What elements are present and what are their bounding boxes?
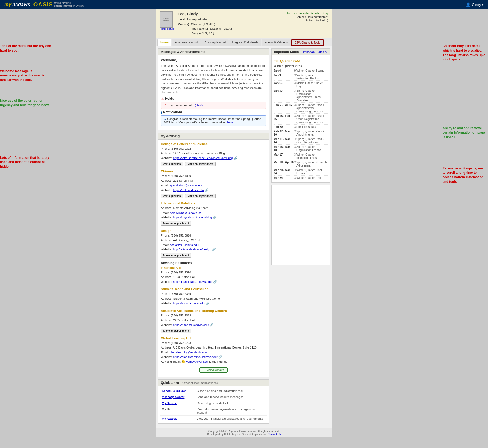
holds-warning-icon: ⚠ [161,97,164,101]
messages-section: Messages & Announcements Welcome, The On… [158,48,269,130]
add-remove-btn[interactable]: +/- Add/Remove [199,367,227,373]
ql-my-bill[interactable]: My Bill [162,408,171,411]
advisor-name-intl[interactable]: International Relations [161,202,266,205]
global-email: Email: globallearning@ucdavis.edu [161,350,266,355]
design-website-link[interactable]: http://arts.ucdavis.edu/design [173,248,211,251]
annotation-colors: Nice use of the color red for urgency an… [0,98,52,107]
tutoring-website-link[interactable]: https://tutoring.ucdavis.edu/ [173,323,209,326]
resource-name-fin-aid[interactable]: Financial Aid [161,266,266,270]
quick-links-section: Quick Links (Other student applications)… [158,379,269,424]
intl-website-link[interactable]: https://tinyurl.com/ire-advising [173,216,212,219]
footer: Copyright © UC Regents, Davis campus. Al… [156,428,332,437]
chinese-website: Website: https://ealc.ucdavis.edu 🔗 [161,188,266,193]
dates-body: Fall Quarter 2022 Winter Quarter 2023 Ja… [272,55,330,182]
resource-name-global[interactable]: Global Learning Hub [161,337,266,340]
dates-title: Important Dates [274,50,299,54]
dates-link[interactable]: Important Dates ✎ [303,50,327,54]
ql-row-schedule: Schedule Builder Class planning and regi… [160,388,267,394]
user-icon: 👤 [466,2,470,7]
profile-bar: Profile picture Profile picture Lee, Cin… [156,9,332,38]
annotation-welcome: Welcome message is unnecessary after the… [0,69,52,82]
ql-message-desc: Send and receive secure messages [195,394,267,400]
user-name-label[interactable]: Cindy ▾ [472,3,484,7]
chinese-website-link[interactable]: https://ealc.ucdavis.edu [173,188,204,192]
holds-view-link[interactable]: (view) [195,104,203,107]
ql-bill-desc: View bills, make payments and manage you… [195,406,267,416]
resource-name-health[interactable]: Student Health and Counseling [161,287,266,291]
global-website-link[interactable]: https://globallearning.ucdavis.edu/ [173,355,218,358]
menu-item-gpa-charts[interactable]: GPA Charts & Tools [291,39,323,46]
menu-item-home[interactable]: Home [157,39,171,46]
date-jan16: Jan 16 Martin Luther King Jr. Day [274,81,328,88]
quick-links-header: Quick Links (Other student applications) [158,380,269,386]
global-ashley-link[interactable]: 🙂 Ashley Arvanites [181,360,208,363]
finaid-website: Website: http://financialaid.ucdavis.edu… [161,280,266,284]
notif-star-icon: ★ [164,117,166,121]
tutoring-phone: Phone: (530) 752-2013 [161,313,266,318]
ql-message-center[interactable]: Message Center [162,395,184,399]
date-feb20: Feb 20 Presidents' Day [274,125,328,129]
right-whitespace-area [271,185,330,265]
holds-box: ⏱ 1 active/future hold (view) [161,102,266,109]
intl-email-link[interactable]: poladvising@ucdavis.edu [170,211,203,214]
advising-resources-header: Advising Resources [161,261,266,265]
notif-link[interactable]: here. [227,121,234,124]
logo-my: my [4,2,11,7]
ql-degree-desc: Online degree audit tool [195,400,267,406]
ql-row-awards: My Awards View your financial aid packag… [160,416,267,422]
holds-text: 1 active/future hold [168,104,193,107]
finaid-address: Address: 1100 Dutton Hall [161,275,266,280]
chinese-ask-btn[interactable]: Ask a question [161,194,183,198]
finaid-website-link[interactable]: http://financialaid.ucdavis.edu/ [173,280,212,283]
logo-oasis: OASIS [33,1,53,8]
menu-item-forms-petitions[interactable]: Forms & Petitions [262,39,291,46]
messages-header: Messages & Announcements [158,49,269,55]
footer-contact-link[interactable]: Contact Us [268,433,281,436]
ql-my-degree[interactable]: My Degree [162,401,177,405]
date-jan9: Jan 9 Winter Quarter Instruction Begins [274,73,328,81]
resource-name-tutoring[interactable]: Academic Assistance and Tutoring Centers [161,309,266,313]
chinese-appt-btn[interactable]: Make an appointment [185,194,216,198]
logo-subtitle: Online Advising Student Information Syst… [54,2,84,7]
letters-website-link[interactable]: https://lettersandscience.ucdavis.edu/ad… [173,156,233,160]
profile-picture: Profile picture Profile picture [160,11,174,30]
date-mar20-24: Mar 20 - Mar 24 Winter Quarter Final Exa… [274,168,328,176]
date-mar17: Mar 17 Winter Quarter Instruction Ends [274,152,328,160]
letters-ask-btn[interactable]: Ask a question [161,162,183,166]
advisor-design: Design Phone: (530) 752-0616 Address: Ar… [161,229,266,258]
menu-bar: Home Academic Record Advising Record Deg… [156,38,332,46]
advisor-name-design[interactable]: Design [161,229,266,233]
advisor-name-chinese[interactable]: Chinese [161,169,266,173]
tutoring-appt-btn[interactable]: Make an appointment [161,329,191,333]
menu-item-academic-record[interactable]: Academic Record [172,39,201,46]
top-nav-bar: myucdavis OASIS Online Advising Student … [0,0,488,9]
important-dates-section: Important Dates Important Dates ✎ Fall Q… [271,48,330,183]
resource-global-learning: Global Learning Hub Phone: (530) 752-576… [161,337,266,364]
menu-item-advising-record[interactable]: Advising Record [201,39,229,46]
my-advising-section: My Advising College of Letters and Scien… [158,133,269,377]
design-email-link[interactable]: acolaltz@ucdavis.edu [170,243,199,246]
user-menu[interactable]: 👤 Cindy ▾ [466,2,484,7]
majors-label: Major(s): [178,22,190,26]
global-email-link[interactable]: globallearning@ucdavis.edu [170,351,207,354]
date-jan6: Jan 6 Winter Quarter Begins [274,68,328,73]
menu-item-degree-worksheets[interactable]: Degree Worksheets [229,39,261,46]
ql-my-awards[interactable]: My Awards [162,417,177,420]
design-appt-btn[interactable]: Make an appointment [161,253,191,258]
health-website-link[interactable]: https://shcs.ucdavis.edu/ [173,302,205,305]
intl-appt-btn[interactable]: Make an appointment [161,221,191,226]
notif-text: Congratulations on making the Deans' Hon… [164,117,261,124]
winter-2023-label: Winter Quarter 2023 [274,64,328,68]
level-label: Level: [178,18,186,21]
design-address: Address: Art Building, RM 101 [161,238,266,243]
notifications-header: Notifications [163,110,183,114]
chinese-email-link[interactable]: apendleton@ucdavis.edu [170,184,203,187]
advisor-name-letters[interactable]: College of Letters and Science [161,142,266,146]
chinese-email: Email: apendleton@ucdavis.edu [161,183,266,188]
health-address: Address: Student Health and Wellness Cen… [161,296,266,301]
quick-links-table: Schedule Builder Class planning and regi… [160,388,267,422]
ql-schedule-builder[interactable]: Schedule Builder [162,389,186,392]
academic-standing: In good academic standing [287,11,328,15]
letters-appt-btn[interactable]: Make an appointment [185,162,216,166]
letters-website: Website: https://lettersandscience.ucdav… [161,156,266,161]
